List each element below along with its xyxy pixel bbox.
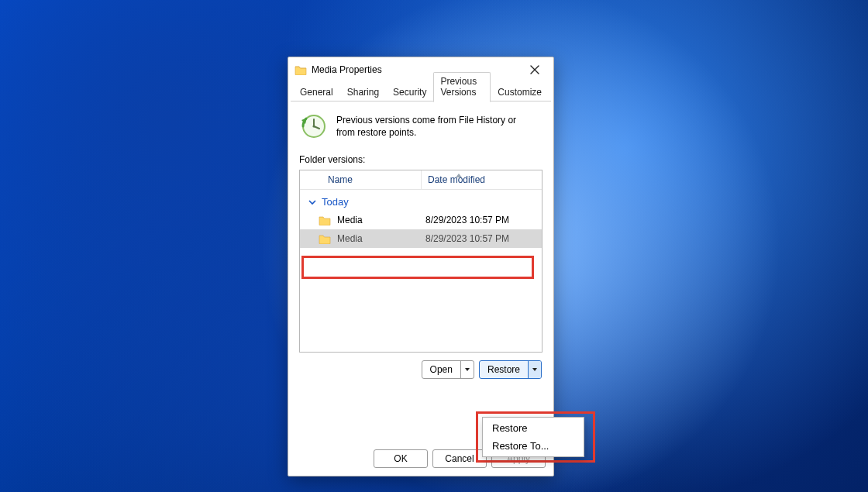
section-label: Folder versions: [299, 154, 542, 165]
list-item[interactable]: Media 8/29/2023 10:57 PM [300, 211, 542, 229]
info-row: Previous versions come from File History… [299, 112, 542, 140]
chevron-down-icon [532, 366, 538, 373]
properties-dialog: Media Properties General Sharing Securit… [288, 57, 554, 477]
list-item-name: Media [337, 233, 425, 244]
tab-previous-versions[interactable]: Previous Versions [433, 72, 491, 102]
list-item-date: 8/29/2023 10:57 PM [425, 233, 542, 244]
menu-restore-to[interactable]: Restore To... [483, 437, 584, 455]
chevron-down-icon [464, 366, 470, 373]
folder-icon [319, 215, 331, 225]
list-header: Name Date modified [300, 170, 542, 190]
restore-split-button[interactable]: Restore [479, 360, 542, 379]
group-today-label: Today [322, 196, 349, 208]
list-item-date: 8/29/2023 10:57 PM [425, 215, 542, 225]
column-name[interactable]: Name [328, 174, 421, 185]
open-split-button[interactable]: Open [422, 360, 474, 379]
column-date[interactable]: Date modified [422, 174, 542, 185]
desktop-wallpaper: Media Properties General Sharing Securit… [0, 0, 868, 492]
folder-icon [294, 64, 307, 75]
open-button[interactable]: Open [422, 361, 460, 378]
list-item-name: Media [337, 215, 425, 225]
cancel-button[interactable]: Cancel [432, 449, 487, 468]
tab-strip: General Sharing Security Previous Versio… [288, 82, 553, 101]
svg-point-4 [312, 125, 315, 127]
folder-icon [319, 233, 331, 244]
action-row: Open Restore [299, 360, 542, 379]
tab-body: Previous versions come from File History… [288, 101, 553, 387]
chevron-down-icon [308, 198, 317, 207]
restore-dropdown[interactable] [528, 361, 541, 378]
restore-button[interactable]: Restore [480, 361, 528, 378]
close-button[interactable] [518, 58, 552, 81]
open-dropdown[interactable] [460, 361, 474, 378]
tab-security[interactable]: Security [386, 83, 433, 101]
close-icon [530, 65, 539, 74]
info-text: Previous versions come from File History… [336, 112, 522, 139]
versions-list[interactable]: Name Date modified Today [299, 170, 542, 353]
history-clock-icon [299, 112, 327, 140]
tab-sharing[interactable]: Sharing [340, 83, 386, 101]
restore-menu: Restore Restore To... [482, 417, 584, 457]
menu-restore[interactable]: Restore [483, 419, 584, 437]
sort-indicator-icon [456, 174, 462, 177]
ok-button[interactable]: OK [374, 449, 428, 468]
group-today[interactable]: Today [300, 190, 542, 211]
titlebar[interactable]: Media Properties [288, 57, 553, 82]
tab-customize[interactable]: Customize [491, 83, 549, 101]
tab-general[interactable]: General [293, 83, 340, 101]
list-item[interactable]: Media 8/29/2023 10:57 PM [300, 229, 542, 248]
